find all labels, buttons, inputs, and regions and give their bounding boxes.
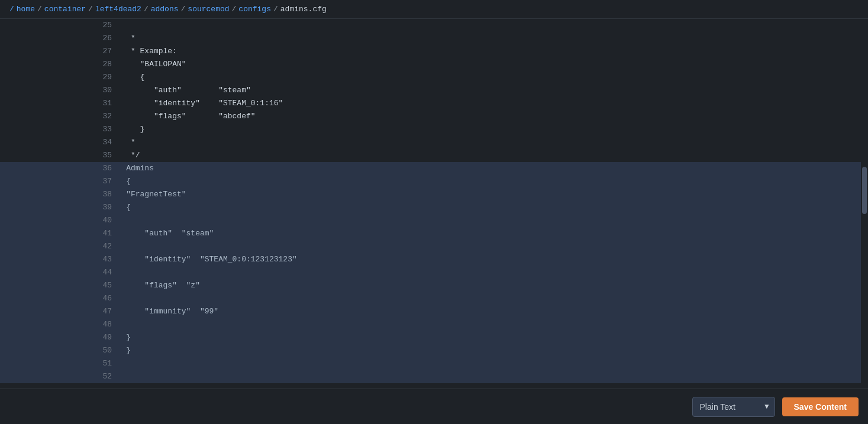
table-row: 50} bbox=[0, 344, 861, 357]
line-number: 32 bbox=[0, 110, 121, 123]
line-content: */ bbox=[121, 149, 861, 162]
table-row: 34 * bbox=[0, 136, 861, 149]
line-number: 36 bbox=[0, 162, 121, 175]
table-row: 44 bbox=[0, 266, 861, 279]
table-row: 25 bbox=[0, 19, 861, 32]
code-table: 2526 *27 * Example:28 "BAILOPAN"29 {30 "… bbox=[0, 19, 861, 383]
line-content: "auth" "steam" bbox=[121, 227, 861, 240]
line-number: 28 bbox=[0, 58, 121, 71]
save-button[interactable]: Save Content bbox=[782, 397, 859, 416]
language-select-wrapper: Plain Text KeyValues CFG JSON XML ▼ bbox=[692, 397, 775, 417]
line-content bbox=[121, 214, 861, 227]
table-row: 39{ bbox=[0, 201, 861, 214]
line-number: 29 bbox=[0, 71, 121, 84]
footer-bar: Plain Text KeyValues CFG JSON XML ▼ Save… bbox=[0, 389, 868, 424]
scrollbar[interactable] bbox=[861, 19, 868, 389]
table-row: 48 bbox=[0, 318, 861, 331]
line-number: 47 bbox=[0, 305, 121, 318]
line-number: 38 bbox=[0, 188, 121, 201]
table-row: 30 "auth" "steam" bbox=[0, 84, 861, 97]
line-content: "immunity" "99" bbox=[121, 305, 861, 318]
line-content bbox=[121, 370, 861, 383]
line-number: 51 bbox=[0, 357, 121, 370]
line-number: 34 bbox=[0, 136, 121, 149]
line-number: 48 bbox=[0, 318, 121, 331]
table-row: 47 "immunity" "99" bbox=[0, 305, 861, 318]
line-number: 46 bbox=[0, 292, 121, 305]
line-content: * Example: bbox=[121, 45, 861, 58]
table-row: 46 bbox=[0, 292, 861, 305]
table-row: 41 "auth" "steam" bbox=[0, 227, 861, 240]
line-number: 49 bbox=[0, 331, 121, 344]
line-number: 33 bbox=[0, 123, 121, 136]
table-row: 27 * Example: bbox=[0, 45, 861, 58]
line-content: "flags" "abcdef" bbox=[121, 110, 861, 123]
breadcrumb-container[interactable]: container bbox=[44, 5, 86, 14]
table-row: 52 bbox=[0, 370, 861, 383]
line-content: * bbox=[121, 136, 861, 149]
table-row: 45 "flags" "z" bbox=[0, 279, 861, 292]
line-number: 27 bbox=[0, 45, 121, 58]
breadcrumb-sourcemod[interactable]: sourcemod bbox=[188, 5, 229, 14]
table-row: 32 "flags" "abcdef" bbox=[0, 110, 861, 123]
line-content: } bbox=[121, 123, 861, 136]
breadcrumb-sep-4: / bbox=[181, 5, 186, 14]
line-content: } bbox=[121, 344, 861, 357]
line-number: 40 bbox=[0, 214, 121, 227]
line-number: 44 bbox=[0, 266, 121, 279]
line-number: 43 bbox=[0, 253, 121, 266]
table-row: 43 "identity" "STEAM_0:0:123123123" bbox=[0, 253, 861, 266]
breadcrumb-sep-3: / bbox=[144, 5, 149, 14]
line-content: "auth" "steam" bbox=[121, 84, 861, 97]
table-row: 28 "BAILOPAN" bbox=[0, 58, 861, 71]
breadcrumb-home[interactable]: home bbox=[17, 5, 35, 14]
language-select[interactable]: Plain Text KeyValues CFG JSON XML bbox=[692, 397, 775, 417]
line-number: 39 bbox=[0, 201, 121, 214]
breadcrumb-sep-2: / bbox=[88, 5, 93, 14]
line-content bbox=[121, 318, 861, 331]
line-number: 52 bbox=[0, 370, 121, 383]
line-content bbox=[121, 240, 861, 253]
line-content: "FragnetTest" bbox=[121, 188, 861, 201]
breadcrumb-left4dead2[interactable]: left4dead2 bbox=[95, 5, 141, 14]
table-row: 40 bbox=[0, 214, 861, 227]
line-content bbox=[121, 266, 861, 279]
table-row: 51 bbox=[0, 357, 861, 370]
line-content bbox=[121, 357, 861, 370]
line-content: "identity" "STEAM_0:1:16" bbox=[121, 97, 861, 110]
line-content: { bbox=[121, 201, 861, 214]
line-content: * bbox=[121, 32, 861, 45]
table-row: 37{ bbox=[0, 175, 861, 188]
code-editor[interactable]: 2526 *27 * Example:28 "BAILOPAN"29 {30 "… bbox=[0, 19, 861, 389]
line-number: 30 bbox=[0, 84, 121, 97]
line-number: 45 bbox=[0, 279, 121, 292]
table-row: 29 { bbox=[0, 71, 861, 84]
breadcrumb: / home / container / left4dead2 / addons… bbox=[0, 0, 868, 19]
line-number: 37 bbox=[0, 175, 121, 188]
breadcrumb-configs[interactable]: configs bbox=[238, 5, 271, 14]
line-number: 42 bbox=[0, 240, 121, 253]
line-content: Admins bbox=[121, 162, 861, 175]
line-number: 31 bbox=[0, 97, 121, 110]
line-content bbox=[121, 19, 861, 32]
breadcrumb-separator: / bbox=[9, 5, 14, 14]
line-number: 41 bbox=[0, 227, 121, 240]
line-number: 25 bbox=[0, 19, 121, 32]
breadcrumb-addons[interactable]: addons bbox=[151, 5, 179, 14]
breadcrumb-sep-6: / bbox=[273, 5, 278, 14]
editor-container: 2526 *27 * Example:28 "BAILOPAN"29 {30 "… bbox=[0, 19, 868, 389]
scrollbar-thumb[interactable] bbox=[862, 167, 867, 214]
breadcrumb-current-file: admins.cfg bbox=[280, 5, 327, 14]
line-content bbox=[121, 292, 861, 305]
table-row: 36Admins bbox=[0, 162, 861, 175]
line-content: { bbox=[121, 71, 861, 84]
line-number: 50 bbox=[0, 344, 121, 357]
line-content: "identity" "STEAM_0:0:123123123" bbox=[121, 253, 861, 266]
table-row: 35 */ bbox=[0, 149, 861, 162]
breadcrumb-sep-1: / bbox=[37, 5, 42, 14]
table-row: 38"FragnetTest" bbox=[0, 188, 861, 201]
line-content: { bbox=[121, 175, 861, 188]
line-number: 26 bbox=[0, 32, 121, 45]
table-row: 42 bbox=[0, 240, 861, 253]
table-row: 33 } bbox=[0, 123, 861, 136]
